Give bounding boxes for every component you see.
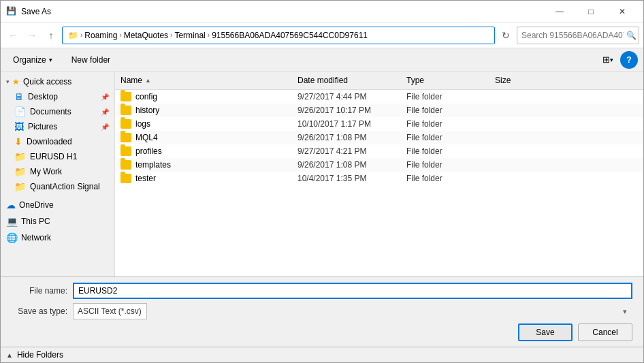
search-bar[interactable]: 🔍 [517, 27, 639, 44]
file-size-cell [489, 177, 558, 180]
table-row[interactable]: MQL4 9/26/2017 1:08 PM File folder [115, 131, 643, 144]
sidebar-item-pictures-label: Pictures [28, 122, 57, 131]
sidebar-item-mywork[interactable]: 📁 My Work [1, 164, 114, 179]
file-name: history [135, 106, 159, 115]
folder-icon [120, 133, 131, 142]
sidebar-item-downloaded[interactable]: ⬇ Downloaded [1, 134, 114, 149]
column-size[interactable]: Size [489, 74, 558, 86]
forward-button[interactable]: → [24, 27, 40, 44]
file-date-cell: 9/27/2017 4:44 PM [292, 91, 401, 103]
thispc-icon: 💻 [6, 216, 18, 227]
file-name: logs [135, 119, 150, 129]
column-name[interactable]: Name ▲ [115, 74, 292, 86]
column-date[interactable]: Date modified [292, 74, 401, 86]
breadcrumb-roaming: Roaming [84, 31, 117, 40]
toolbar-right: ⊞ ▾ ? [598, 51, 638, 69]
saveastype-select[interactable]: ASCII Text (*.csv) [73, 303, 147, 319]
saveastype-label: Save as type: [12, 306, 73, 316]
breadcrumb-hash: 915566BA06ADA407569C544CC0D97611 [212, 31, 368, 40]
network-label: Network [21, 233, 51, 242]
file-size-cell [489, 136, 558, 139]
help-button[interactable]: ? [620, 51, 638, 69]
documents-pin-icon: 📌 [101, 108, 109, 116]
back-button[interactable]: ← [5, 27, 21, 44]
table-row[interactable]: profiles 9/27/2017 4:21 PM File folder [115, 144, 643, 158]
sidebar: ▾ ★ Quick access 🖥 Desktop 📌 📄 Documents… [1, 72, 115, 277]
filename-label: File name: [12, 286, 73, 296]
hide-folders-row[interactable]: ▲ Hide Folders [1, 347, 643, 362]
onedrive-icon: ☁ [6, 200, 16, 210]
file-date-cell: 9/26/2017 10:17 PM [292, 104, 401, 116]
file-name-cell: logs [115, 118, 292, 130]
file-name: tester [135, 174, 156, 183]
documents-icon: 📄 [14, 106, 26, 117]
search-input[interactable] [521, 31, 624, 40]
thispc-label: This PC [21, 217, 50, 226]
file-date-cell: 9/26/2017 1:08 PM [292, 159, 401, 171]
table-row[interactable]: templates 9/26/2017 1:08 PM File folder [115, 158, 643, 172]
file-name: profiles [135, 146, 162, 156]
onedrive-item[interactable]: ☁ OneDrive [1, 197, 114, 213]
network-icon: 🌐 [6, 232, 18, 243]
breadcrumb-metaquotes: MetaQuotes [124, 31, 168, 40]
file-date-cell: 10/10/2017 1:17 PM [292, 118, 401, 130]
cancel-button[interactable]: Cancel [578, 323, 632, 341]
quick-access-header[interactable]: ▾ ★ Quick access [1, 74, 114, 89]
thispc-item[interactable]: 💻 This PC [1, 213, 114, 230]
folder-icon [120, 119, 131, 129]
sort-icon: ▲ [145, 77, 151, 84]
table-row[interactable]: config 9/27/2017 4:44 PM File folder [115, 90, 643, 104]
table-row[interactable]: tester 10/4/2017 1:35 PM File folder [115, 172, 643, 185]
sidebar-item-mywork-label: My Work [30, 167, 62, 176]
folder-icon [120, 160, 131, 170]
search-icon: 🔍 [626, 31, 637, 40]
file-rows: config 9/27/2017 4:44 PM File folder his… [115, 90, 643, 185]
new-folder-button[interactable]: New folder [65, 51, 117, 69]
title-bar-buttons: — □ ✕ [544, 1, 638, 22]
sidebar-item-quantaction[interactable]: 📁 QuantAction Signal [1, 179, 114, 194]
onedrive-label: OneDrive [19, 200, 54, 210]
file-list-header: Name ▲ Date modified Type Size [115, 72, 643, 90]
column-type[interactable]: Type [401, 74, 489, 86]
file-size-cell [489, 95, 558, 98]
file-name-cell: templates [115, 159, 292, 171]
maximize-button[interactable]: □ [575, 1, 607, 22]
file-name-cell: profiles [115, 145, 292, 157]
sidebar-item-documents[interactable]: 📄 Documents 📌 [1, 104, 114, 119]
up-button[interactable]: ↑ [43, 27, 59, 44]
mywork-icon: 📁 [14, 166, 26, 177]
file-type-cell: File folder [401, 131, 489, 144]
refresh-button[interactable]: ↻ [498, 27, 514, 44]
quick-access-chevron-icon: ▾ [6, 78, 10, 85]
file-name-cell: config [115, 91, 292, 103]
organize-label: Organize [13, 55, 46, 65]
sidebar-item-downloaded-label: Downloaded [27, 137, 72, 146]
quick-access-star-icon: ★ [12, 77, 20, 86]
folder-icon [120, 174, 131, 183]
button-row: Save Cancel [12, 323, 632, 341]
filename-input[interactable] [73, 283, 632, 299]
save-button[interactable]: Save [518, 323, 573, 341]
toolbar: Organize ▾ New folder ⊞ ▾ ? [1, 48, 643, 72]
organize-button[interactable]: Organize ▾ [6, 51, 59, 69]
file-size-cell [489, 123, 558, 125]
network-item[interactable]: 🌐 Network [1, 230, 114, 246]
sidebar-item-eurusd[interactable]: 📁 EURUSD H1 [1, 149, 114, 164]
file-size-cell [489, 163, 558, 166]
table-row[interactable]: history 9/26/2017 10:17 PM File folder [115, 104, 643, 117]
view-chevron-icon: ▾ [610, 57, 613, 63]
desktop-pin-icon: 📌 [101, 93, 109, 101]
file-type-cell: File folder [401, 91, 489, 103]
file-size-cell [489, 109, 558, 112]
sidebar-item-pictures[interactable]: 🖼 Pictures 📌 [1, 119, 114, 134]
close-button[interactable]: ✕ [607, 1, 638, 22]
organize-chevron-icon: ▾ [49, 57, 52, 63]
file-name-cell: history [115, 104, 292, 116]
view-button[interactable]: ⊞ ▾ [598, 51, 617, 69]
table-row[interactable]: logs 10/10/2017 1:17 PM File folder [115, 117, 643, 131]
minimize-button[interactable]: — [544, 1, 575, 22]
sidebar-item-desktop[interactable]: 🖥 Desktop 📌 [1, 89, 114, 104]
saveastype-row: Save as type: ASCII Text (*.csv) [12, 303, 632, 319]
folder-icon [120, 146, 131, 156]
breadcrumb-bar[interactable]: 📁 › Roaming › MetaQuotes › Terminal › 91… [62, 27, 495, 44]
